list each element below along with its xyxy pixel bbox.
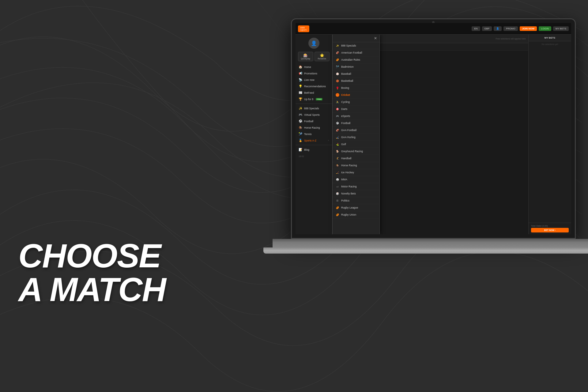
sport-item-cricket[interactable]: 🏏 Cricket <box>333 92 379 99</box>
free-badge: FREE <box>316 98 322 100</box>
sidebar-item-live[interactable]: 📡 Live now <box>296 77 332 83</box>
sidebar-live-label: Live now <box>304 78 315 81</box>
greyhound-icon: 🐕 <box>336 149 339 153</box>
sport-item-cycling[interactable]: 🚴 Cycling <box>333 99 379 106</box>
mybets-button[interactable]: MY BETS <box>553 26 569 31</box>
sport-item-darts[interactable]: 🎯 Darts <box>333 106 379 113</box>
sport-item-novelty-bets[interactable]: 🎲 Novelty Bets <box>333 190 379 197</box>
currency-button[interactable]: GBP <box>482 26 492 31</box>
user-icon-button[interactable]: 👤 <box>494 26 502 31</box>
novelty-icon: 🎲 <box>336 192 339 195</box>
quickplay-button[interactable]: 🎰 Quickplay <box>298 52 313 61</box>
rewards-icon: ⭐ <box>317 53 328 58</box>
dropdown-header: ✕ <box>333 35 379 42</box>
sport-item-american-football[interactable]: 🏈 American Football <box>333 49 379 56</box>
sidebar-upfor8-label: Up for 8 <box>304 98 313 101</box>
australian-rules-icon: 🏉 <box>336 58 339 62</box>
sport-label-cricket: Cricket <box>341 93 350 96</box>
sport-item-ice-hockey[interactable]: 🏒 Ice Hockey <box>333 169 379 176</box>
sidebar-item-home[interactable]: 🏠 Home <box>296 64 332 70</box>
promotions-icon: 📢 <box>299 72 302 75</box>
sport-label-gaa-hurling: GAA Hurling <box>341 136 356 139</box>
hero-line1: Choose <box>18 239 166 273</box>
sport-item-golf[interactable]: ⛳ Golf <box>333 141 379 148</box>
avatar-icon: 👤 <box>311 40 317 46</box>
sidebar-item-betfeed[interactable]: 📰 BetFeed <box>296 89 332 96</box>
horse-icon: 🏇 <box>299 126 302 129</box>
close-dropdown-button[interactable]: ✕ <box>374 36 377 40</box>
laptop-base-bottom <box>263 247 588 254</box>
join-button[interactable]: JOIN NOW <box>520 26 537 31</box>
sport-label-football: Football <box>341 122 350 125</box>
sport-item-rugby-league[interactable]: 🏉 Rugby League <box>333 204 379 211</box>
sidebar-item-upfor8[interactable]: 🏆 Up for 8 FREE <box>296 96 332 102</box>
sidebar-betfeed-label: BetFeed <box>304 91 314 94</box>
sidebar-item-888specials[interactable]: ✨ 888 Specials <box>296 105 332 111</box>
sport-label-rugby-union: Rugby Union <box>341 213 356 216</box>
sport-item-gaa-football[interactable]: 🏈 GAA Football <box>333 127 379 134</box>
golf-icon: ⛳ <box>336 142 339 146</box>
sidebar-divider-2 <box>296 145 332 145</box>
sidebar-item-virtual[interactable]: 🎮 Virtual Sports <box>296 111 332 118</box>
sport-label-mma: MMA <box>341 178 347 181</box>
sport-item-esports[interactable]: 🎮 eSports <box>333 113 379 120</box>
sidebar-item-tennis[interactable]: 🎾 Tennis <box>296 131 332 137</box>
sidebar-virtual-label: Virtual Sports <box>304 113 320 116</box>
sport-item-australian-rules[interactable]: 🏉 Australian Rules <box>333 56 379 63</box>
sidebar-item-promotions[interactable]: 📢 Promotions <box>296 70 332 77</box>
sport-item-boxing[interactable]: 🥊 Boxing <box>333 85 379 92</box>
sport-item-football[interactable]: ⚽ Football <box>333 120 379 127</box>
login-button[interactable]: LOGIN <box>539 26 551 31</box>
bet-now-button[interactable]: BET NOW › <box>531 228 569 232</box>
sport-item-mma[interactable]: 🥋 MMA <box>333 176 379 183</box>
laptop-bezel: 888 sport EN GBP 👤 PROMO JOIN NOW LOGIN … <box>291 18 576 239</box>
darts-icon: 🎯 <box>336 107 339 111</box>
sport-item-rugby-union[interactable]: 🏉 Rugby Union <box>333 211 379 218</box>
sport-item-greyhound[interactable]: 🐕 Greyhound Racing <box>333 148 379 155</box>
promo-button[interactable]: PROMO <box>503 26 518 31</box>
rugby-league-icon: 🏉 <box>336 206 339 209</box>
laptop-device: 888 sport EN GBP 👤 PROMO JOIN NOW LOGIN … <box>273 18 588 325</box>
sidebar-specials-label: 888 Specials <box>304 107 319 110</box>
sport-item-badminton[interactable]: 🏸 Badminton <box>333 63 379 70</box>
motor-racing-icon: 🏎 <box>336 185 339 188</box>
rewards-label: Rewards <box>318 58 326 60</box>
sidebar-item-horseracing[interactable]: 🏇 Horse Racing <box>296 124 332 131</box>
sport-label-888specials: 888 Specials <box>341 44 356 47</box>
sport-item-horse-racing[interactable]: 🏇 Horse Racing <box>333 162 379 169</box>
lang-button[interactable]: EN <box>472 26 480 31</box>
sidebar-item-sports-az[interactable]: 🏅 Sports A-Z › <box>296 137 332 144</box>
sport-label-boxing: Boxing <box>341 86 349 89</box>
sidebar: 👤 🎰 Quickplay ⭐ Rewards <box>296 35 332 234</box>
rugby-union-icon: 🏉 <box>336 213 339 217</box>
sport-item-888specials[interactable]: ✨ 888 Specials <box>333 42 379 49</box>
esports-icon: 🎮 <box>336 114 339 118</box>
sport-item-handball[interactable]: 🤾 Handball <box>333 155 379 162</box>
sidebar-item-blog[interactable]: 📝 Blog <box>296 146 332 153</box>
sport-item-motor-racing[interactable]: 🏎 Motor Racing <box>333 183 379 190</box>
sport-item-baseball[interactable]: ⚾ Baseball <box>333 70 379 77</box>
cricket-icon: 🏏 <box>336 93 339 97</box>
sidebar-horse-label: Horse Racing <box>304 126 320 129</box>
sport-label-basketball: Basketball <box>341 79 353 82</box>
sport-item-gaa-hurling[interactable]: 🏑 GAA Hurling <box>333 134 379 141</box>
quickplay-icon: 🎰 <box>300 53 311 58</box>
rewards-button[interactable]: ⭐ Rewards <box>315 52 330 61</box>
az-icon: 🏅 <box>299 139 302 142</box>
sidebar-item-football[interactable]: ⚽ Football <box>296 118 332 124</box>
sport-item-basketball[interactable]: 🏀 Basketball <box>333 77 379 85</box>
sport-item-politics[interactable]: 🏛 Politics <box>333 197 379 204</box>
sport-label-ice-hockey: Ice Hockey <box>341 171 354 174</box>
sidebar-promotions-label: Promotions <box>304 72 317 75</box>
boxing-icon: 🥊 <box>336 86 339 90</box>
sport-label-american-football: American Football <box>341 51 362 54</box>
sports-az-dropdown: ✕ ✨ 888 Specials 🏈 American Football 🏉 <box>332 35 380 234</box>
betslip-stake-label: Total Stake (0.00) <box>531 225 569 227</box>
hero-line2: a Match <box>18 273 166 306</box>
american-football-icon: 🏈 <box>336 51 339 55</box>
main-content-area: 👤 🎰 Quickplay ⭐ Rewards <box>296 35 571 234</box>
sport-label-horse-racing: Horse Racing <box>341 164 357 167</box>
tennis-icon: 🎾 <box>299 132 302 136</box>
sidebar-item-recommendations[interactable]: 💡 Recommendations <box>296 83 332 89</box>
sport-label-novelty-bets: Novelty Bets <box>341 192 356 195</box>
